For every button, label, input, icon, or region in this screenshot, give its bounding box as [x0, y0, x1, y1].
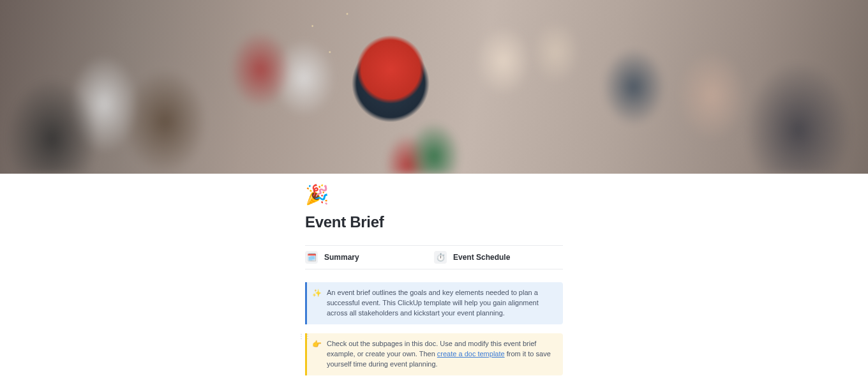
info-callout-text: An event brief outlines the goals and ke… — [327, 288, 557, 319]
subpage-label: Summary — [324, 253, 359, 262]
cover-image — [0, 0, 868, 174]
drag-handle-icon[interactable]: ⋮⋮ — [298, 333, 311, 340]
create-doc-template-link[interactable]: create a doc template — [437, 350, 505, 358]
subpage-event-schedule[interactable]: ⏱️ Event Schedule — [434, 251, 563, 264]
page-title[interactable]: Event Brief — [305, 213, 563, 231]
tip-callout-text: Check out the subpages in this doc. Use … — [327, 339, 557, 370]
document-body: 🎉 Event Brief 🗓️ Summary ⏱️ Event Schedu… — [305, 174, 563, 375]
page-emoji-icon[interactable]: 🎉 — [305, 185, 329, 204]
subpage-label: Event Schedule — [453, 253, 510, 262]
info-callout[interactable]: ✨ An event brief outlines the goals and … — [305, 282, 563, 324]
clock-icon: ⏱️ — [434, 251, 447, 264]
pointing-hand-icon: 👉 — [312, 339, 322, 370]
subpages-row: 🗓️ Summary ⏱️ Event Schedule — [305, 245, 563, 269]
tip-callout[interactable]: ⋮⋮ 👉 Check out the subpages in this doc.… — [305, 333, 563, 375]
subpage-summary[interactable]: 🗓️ Summary — [305, 251, 434, 264]
calendar-icon: 🗓️ — [305, 251, 318, 264]
sparkles-icon: ✨ — [312, 288, 322, 319]
